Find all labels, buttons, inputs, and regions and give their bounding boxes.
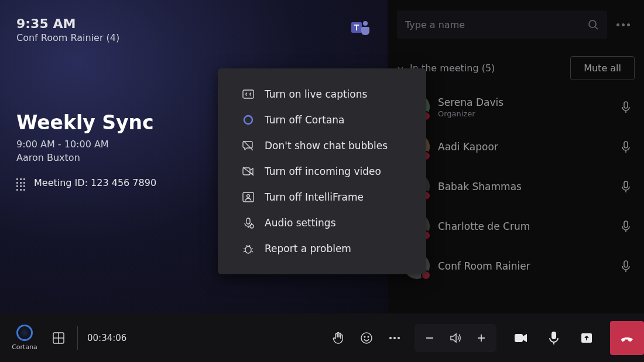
mute-all-button[interactable]: Mute all bbox=[570, 56, 635, 80]
mic-icon[interactable] bbox=[621, 260, 631, 273]
intelliframe-icon bbox=[242, 191, 254, 203]
svg-point-2 bbox=[363, 21, 368, 26]
camera-button[interactable] bbox=[507, 324, 535, 352]
mic-button[interactable] bbox=[540, 324, 568, 352]
svg-rect-5 bbox=[624, 102, 628, 108]
volume-button[interactable] bbox=[443, 324, 468, 352]
svg-line-4 bbox=[595, 27, 598, 29]
participant-name: Conf Room Rainier bbox=[438, 260, 612, 272]
panel-more-button[interactable] bbox=[616, 23, 630, 26]
svg-point-34 bbox=[364, 336, 365, 337]
svg-point-21 bbox=[247, 195, 250, 198]
svg-text:T: T bbox=[354, 23, 359, 32]
svg-rect-22 bbox=[246, 218, 250, 224]
svg-point-16 bbox=[244, 116, 252, 124]
svg-point-3 bbox=[589, 20, 596, 27]
svg-rect-18 bbox=[243, 168, 250, 175]
svg-line-29 bbox=[251, 251, 253, 252]
participant-name: Charlotte de Crum bbox=[438, 220, 612, 232]
clock-time: 9:35 AM bbox=[16, 16, 119, 31]
meeting-info: Weekly Sync 9:00 AM - 10:00 AM Aaron Bux… bbox=[16, 111, 156, 188]
mic-icon[interactable] bbox=[621, 101, 631, 113]
call-timer: 00:34:06 bbox=[87, 333, 126, 343]
mic-icon[interactable] bbox=[621, 220, 631, 233]
search-icon bbox=[587, 19, 599, 30]
svg-rect-42 bbox=[515, 334, 523, 342]
menu-item-intelliframe[interactable]: Turn off IntelliFrame bbox=[218, 184, 426, 210]
mic-icon bbox=[548, 331, 560, 345]
mic-icon[interactable] bbox=[621, 140, 631, 153]
bug-icon bbox=[242, 243, 254, 254]
participant-name: Serena Davis bbox=[438, 96, 612, 108]
menu-item-chat-bubbles[interactable]: Don't show chat bubbles bbox=[218, 133, 426, 158]
more-actions-button[interactable] bbox=[381, 324, 409, 352]
participant-search-input[interactable]: Type a name bbox=[397, 11, 607, 39]
room-name: Conf Room Rainier (4) bbox=[16, 32, 119, 43]
svg-line-19 bbox=[243, 167, 254, 175]
svg-point-38 bbox=[398, 337, 400, 339]
menu-item-live-captions[interactable]: Turn on live captions bbox=[218, 81, 426, 107]
svg-point-37 bbox=[393, 337, 396, 339]
reactions-button[interactable] bbox=[352, 324, 381, 352]
smiley-icon bbox=[360, 332, 373, 344]
svg-line-28 bbox=[244, 251, 245, 252]
plus-icon bbox=[476, 333, 487, 343]
svg-point-24 bbox=[250, 225, 254, 228]
participant-role: Organizer bbox=[438, 109, 612, 118]
svg-point-36 bbox=[389, 337, 392, 339]
menu-item-cortana-toggle[interactable]: Turn off Cortana bbox=[218, 107, 426, 133]
cortana-button[interactable]: Cortana bbox=[8, 325, 41, 351]
meeting-organizer: Aaron Buxton bbox=[16, 152, 156, 163]
meeting-title: Weekly Sync bbox=[16, 111, 156, 134]
svg-point-33 bbox=[361, 333, 372, 343]
more-actions-menu: Turn on live captions Turn off Cortana D… bbox=[218, 68, 426, 274]
meeting-time-range: 9:00 AM - 10:00 AM bbox=[16, 139, 156, 150]
svg-point-25 bbox=[245, 246, 251, 253]
svg-rect-43 bbox=[551, 332, 556, 339]
cortana-icon bbox=[242, 114, 254, 126]
audio-settings-icon bbox=[242, 217, 254, 229]
raise-hand-button[interactable] bbox=[324, 324, 352, 352]
svg-line-26 bbox=[244, 249, 245, 249]
cc-icon bbox=[242, 88, 254, 100]
svg-rect-11 bbox=[624, 221, 628, 227]
speaker-icon bbox=[449, 332, 462, 344]
video-off-icon bbox=[242, 166, 254, 177]
hangup-icon bbox=[618, 329, 636, 347]
cortana-ring-icon bbox=[16, 325, 33, 341]
menu-item-audio-settings[interactable]: Audio settings bbox=[218, 210, 426, 236]
call-control-bar: Cortana 00:34:06 bbox=[0, 313, 644, 362]
layout-button[interactable] bbox=[44, 324, 73, 352]
volume-up-button[interactable] bbox=[468, 324, 494, 352]
participant-name: Aadi Kapoor bbox=[438, 141, 612, 153]
chat-bubble-off-icon bbox=[242, 140, 254, 151]
meeting-id-row: Meeting ID: 123 456 7890 bbox=[16, 177, 156, 188]
volume-down-button[interactable] bbox=[417, 324, 443, 352]
hangup-button[interactable] bbox=[610, 321, 644, 355]
share-button[interactable] bbox=[573, 324, 601, 352]
bar-divider bbox=[77, 326, 78, 350]
svg-point-35 bbox=[368, 336, 369, 337]
svg-rect-13 bbox=[624, 261, 628, 267]
ellipsis-icon bbox=[388, 336, 401, 340]
room-header: 9:35 AM Conf Room Rainier (4) bbox=[16, 16, 119, 43]
volume-control bbox=[415, 324, 496, 352]
svg-rect-7 bbox=[624, 142, 628, 148]
raise-hand-icon bbox=[332, 332, 345, 344]
svg-rect-9 bbox=[624, 181, 628, 188]
teams-logo-icon: T bbox=[350, 18, 371, 39]
mic-icon[interactable] bbox=[621, 180, 631, 193]
svg-line-27 bbox=[251, 249, 253, 249]
menu-item-report-problem[interactable]: Report a problem bbox=[218, 236, 426, 261]
camera-icon bbox=[514, 333, 528, 343]
svg-rect-15 bbox=[243, 90, 254, 98]
grid-layout-icon bbox=[52, 332, 65, 344]
minus-icon bbox=[424, 333, 435, 343]
dialpad-icon bbox=[16, 178, 26, 188]
menu-item-incoming-video[interactable]: Turn off incoming video bbox=[218, 158, 426, 184]
search-placeholder: Type a name bbox=[405, 19, 465, 30]
share-screen-icon bbox=[580, 332, 593, 344]
participant-name: Babak Shammas bbox=[438, 181, 612, 192]
meeting-id: Meeting ID: 123 456 7890 bbox=[34, 177, 156, 188]
